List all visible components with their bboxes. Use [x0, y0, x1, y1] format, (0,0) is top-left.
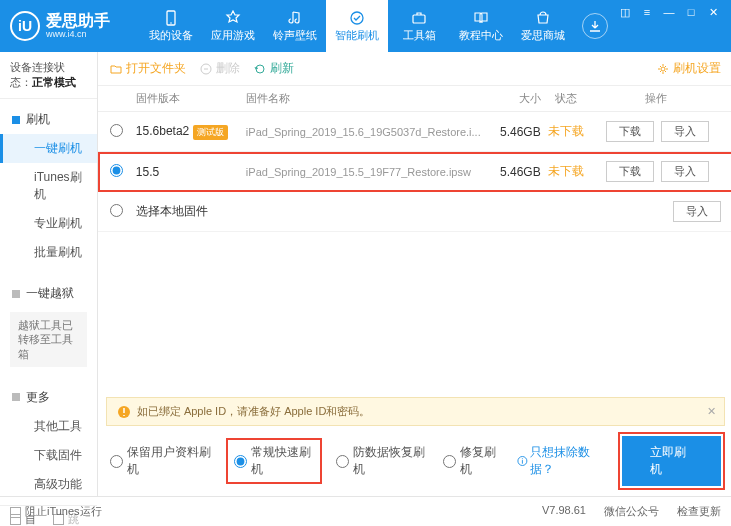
col-ops: 操作 [591, 91, 721, 106]
apps-icon [225, 10, 241, 26]
store-icon [535, 10, 551, 26]
sidebar-item-batch-flash[interactable]: 批量刷机 [0, 238, 97, 267]
flash-icon [349, 10, 365, 26]
erase-only-help-link[interactable]: 只想抹除数据？ [517, 444, 605, 478]
info-icon [517, 455, 528, 467]
svg-point-1 [170, 22, 172, 24]
refresh-button[interactable]: 刷新 [254, 60, 294, 77]
ringtone-icon [287, 10, 303, 26]
block-itunes-check[interactable]: 阻止iTunes运行 [10, 504, 102, 519]
nav-label: 爱思商城 [521, 28, 565, 43]
button-label: 刷新 [270, 60, 294, 77]
local-firmware-row[interactable]: 选择本地固件 导入 [98, 192, 731, 232]
firmware-row[interactable]: 15.6beta2测试版 iPad_Spring_2019_15.6_19G50… [98, 112, 731, 152]
wechat-link[interactable]: 微信公众号 [604, 504, 659, 519]
top-nav: 我的设备 应用游戏 铃声壁纸 智能刷机 工具箱 教程中心 爱思商城 [140, 0, 574, 52]
firmware-radio[interactable] [110, 164, 123, 177]
titlebar: iU 爱思助手 www.i4.cn 我的设备 应用游戏 铃声壁纸 智能刷机 工具… [0, 0, 731, 52]
toolbox-icon [411, 10, 427, 26]
firmware-filename: iPad_Spring_2019_15.5_19F77_Restore.ipsw [246, 166, 481, 178]
firmware-row[interactable]: 15.5 iPad_Spring_2019_15.5_19F77_Restore… [98, 152, 731, 192]
toolbar: 打开文件夹 删除 刷新 刷机设置 [98, 52, 731, 86]
minimize-icon[interactable]: — [661, 4, 677, 20]
conn-status-value: 正常模式 [32, 76, 76, 88]
tutorial-icon [473, 10, 489, 26]
sidebar-group-more[interactable]: 更多 [0, 383, 97, 412]
mode-anti-recovery[interactable]: 防数据恢复刷机 [336, 444, 427, 478]
firmware-radio[interactable] [110, 124, 123, 137]
download-manager-icon[interactable] [582, 13, 608, 39]
nav-smart-flash[interactable]: 智能刷机 [326, 0, 388, 52]
firmware-radio[interactable] [110, 204, 123, 217]
appleid-warning: 如已绑定 Apple ID，请准备好 Apple ID和密码。 ✕ [106, 397, 725, 426]
flash-settings-button[interactable]: 刷机设置 [657, 60, 721, 77]
sidebar-item-other-tools[interactable]: 其他工具 [0, 412, 97, 441]
refresh-icon [254, 63, 266, 75]
sidebar-group-jailbreak[interactable]: 一键越狱 [0, 279, 97, 308]
logo-icon: iU [10, 11, 40, 41]
sidebar-group-flash[interactable]: 刷机 [0, 105, 97, 134]
brand-title: 爱思助手 [46, 12, 110, 30]
download-button[interactable]: 下载 [606, 161, 654, 182]
sidebar-item-pro-flash[interactable]: 专业刷机 [0, 209, 97, 238]
firmware-size: 5.46GB [481, 125, 541, 139]
connection-status: 设备连接状态：正常模式 [0, 52, 97, 99]
import-button[interactable]: 导入 [673, 201, 721, 222]
download-button[interactable]: 下载 [606, 121, 654, 142]
gear-icon [657, 63, 669, 75]
nav-label: 教程中心 [459, 28, 503, 43]
mode-label: 修复刷机 [460, 444, 502, 478]
nav-my-device[interactable]: 我的设备 [140, 0, 202, 52]
delete-button[interactable]: 删除 [200, 60, 240, 77]
check-update-link[interactable]: 检查更新 [677, 504, 721, 519]
nav-apps-games[interactable]: 应用游戏 [202, 0, 264, 52]
table-header: 固件版本 固件名称 大小 状态 操作 [98, 86, 731, 112]
sidebar-item-download-fw[interactable]: 下载固件 [0, 441, 97, 470]
sidebar-item-advanced[interactable]: 高级功能 [0, 470, 97, 499]
nav-ringtones[interactable]: 铃声壁纸 [264, 0, 326, 52]
nav-label: 应用游戏 [211, 28, 255, 43]
warning-icon [117, 405, 131, 419]
nav-tutorials[interactable]: 教程中心 [450, 0, 512, 52]
menu-icon[interactable]: ≡ [639, 4, 655, 20]
firmware-size: 5.46GB [481, 165, 541, 179]
warning-text: 如已绑定 Apple ID，请准备好 Apple ID和密码。 [137, 404, 371, 419]
mode-repair[interactable]: 修复刷机 [443, 444, 502, 478]
svg-rect-2 [413, 15, 425, 23]
sidebar-group-label: 刷机 [26, 111, 50, 128]
brand-url: www.i4.cn [46, 30, 110, 40]
help-link-label: 只想抹除数据？ [530, 444, 605, 478]
maximize-icon[interactable]: □ [683, 4, 699, 20]
col-name: 固件名称 [246, 91, 481, 106]
nav-toolbox[interactable]: 工具箱 [388, 0, 450, 52]
flash-mode-row: 保留用户资料刷机 常规快速刷机 防数据恢复刷机 修复刷机 只想抹除数据？ 立即刷… [98, 426, 731, 496]
open-folder-button[interactable]: 打开文件夹 [110, 60, 186, 77]
col-version: 固件版本 [136, 91, 246, 106]
import-button[interactable]: 导入 [661, 121, 709, 142]
nav-label: 智能刷机 [335, 28, 379, 43]
beta-tag: 测试版 [193, 125, 228, 140]
col-status: 状态 [541, 91, 591, 106]
button-label: 打开文件夹 [126, 60, 186, 77]
sidebar-item-onekey-flash[interactable]: 一键刷机 [0, 134, 97, 163]
mode-normal-fast[interactable]: 常规快速刷机 [228, 440, 320, 482]
skin-icon[interactable]: ◫ [617, 4, 633, 20]
close-icon[interactable]: ✕ [705, 4, 721, 20]
nav-label: 铃声壁纸 [273, 28, 317, 43]
folder-icon [110, 63, 122, 75]
button-label: 删除 [216, 60, 240, 77]
nav-label: 工具箱 [403, 28, 436, 43]
mode-label: 常规快速刷机 [251, 444, 314, 478]
import-button[interactable]: 导入 [661, 161, 709, 182]
mode-keep-data[interactable]: 保留用户资料刷机 [110, 444, 212, 478]
mode-label: 防数据恢复刷机 [353, 444, 427, 478]
col-size: 大小 [481, 91, 541, 106]
close-warning-icon[interactable]: ✕ [707, 405, 716, 418]
svg-point-5 [661, 67, 665, 71]
start-flash-button[interactable]: 立即刷机 [622, 436, 721, 486]
sidebar-item-itunes-flash[interactable]: iTunes刷机 [0, 163, 97, 209]
delete-icon [200, 63, 212, 75]
brand-logo: iU 爱思助手 www.i4.cn [10, 11, 110, 41]
nav-store[interactable]: 爱思商城 [512, 0, 574, 52]
firmware-status: 未下载 [541, 163, 591, 180]
